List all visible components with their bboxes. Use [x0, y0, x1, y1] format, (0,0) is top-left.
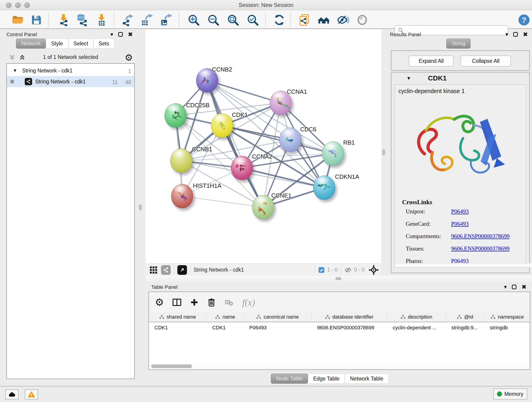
collapse-all-button[interactable]: Collapse All	[461, 56, 511, 66]
panel-collapse-icon[interactable]: ▾	[110, 32, 113, 37]
save-session-icon[interactable]	[30, 13, 43, 27]
string-document-icon[interactable]	[298, 13, 311, 27]
left-splitter-handle[interactable]	[139, 204, 142, 211]
export-image-icon[interactable]	[159, 13, 173, 27]
results-scroll-strip[interactable]	[395, 263, 532, 267]
network-node-ccna2[interactable]	[231, 156, 253, 180]
column-header-description[interactable]: description	[387, 312, 446, 322]
render-eye-icon[interactable]	[355, 13, 369, 27]
tab-node-table[interactable]: Node Table	[271, 374, 308, 384]
gene-section-header[interactable]: ▼ CDK1	[391, 72, 529, 84]
tree-column-icon	[256, 315, 261, 319]
network-node-cdk1[interactable]	[211, 114, 233, 138]
expand-all-button[interactable]: Expand All	[409, 56, 454, 66]
hidden-eye-icon[interactable]	[344, 267, 352, 274]
help-icon[interactable]: ?	[517, 13, 531, 27]
warning-button[interactable]	[25, 389, 38, 400]
table-cell[interactable]: P06493	[244, 323, 312, 333]
edge-count: 48	[125, 79, 131, 85]
tab-sets[interactable]: Sets	[93, 38, 114, 49]
grid-view-icon[interactable]	[149, 266, 158, 274]
tab-select[interactable]: Select	[68, 38, 94, 49]
panel-float-icon[interactable]	[512, 285, 516, 289]
scrollbar-thumb[interactable]	[151, 364, 192, 368]
delete-table-icon[interactable]	[224, 298, 234, 306]
column-header-shared-name[interactable]: shared name	[149, 312, 207, 322]
panel-float-icon[interactable]	[118, 32, 123, 37]
network-canvas[interactable]	[146, 29, 381, 264]
tab-network[interactable]: Network	[16, 38, 46, 49]
panel-float-icon[interactable]	[513, 32, 518, 37]
panel-collapse-icon[interactable]: ▾	[505, 32, 508, 37]
crosslink-link[interactable]: P06493	[451, 208, 469, 215]
network-options-gear-icon[interactable]: ⚙	[125, 52, 133, 63]
tree-expand-icon[interactable]: ▼	[13, 68, 17, 73]
section-collapse-icon[interactable]: ▼	[406, 76, 411, 81]
memory-button[interactable]: Memory	[493, 389, 527, 400]
column-header-name[interactable]: name	[207, 312, 244, 322]
crosslink-link[interactable]: 9606.ENSP00000378699	[451, 245, 510, 252]
zoom-in-icon[interactable]	[187, 13, 200, 27]
network-node-cdc6[interactable]	[279, 128, 301, 152]
table-cell[interactable]: stringdb:9...	[446, 323, 484, 333]
table-cell[interactable]: cyclin-dependent ...	[387, 323, 446, 333]
network-collection-row[interactable]: ▼ String Network - cdk1 1	[7, 65, 134, 76]
table-cell[interactable]: CDK1	[149, 323, 207, 333]
panel-close-icon[interactable]: ✖	[128, 32, 133, 37]
add-column-icon[interactable]	[190, 298, 199, 307]
network-node-hist1h1a[interactable]	[171, 184, 193, 208]
selected-checkbox-icon[interactable]	[318, 267, 325, 274]
panel-close-icon[interactable]: ✖	[521, 285, 526, 289]
tab-edge-table[interactable]: Edge Table	[308, 374, 345, 384]
houses-icon[interactable]	[317, 13, 330, 27]
network-row-selected[interactable]: String Network - cdk1 11 48	[7, 76, 134, 87]
network-node-rb1[interactable]	[322, 141, 344, 166]
hide-details-eye-icon[interactable]	[336, 13, 350, 27]
table-cell[interactable]: 9606.ENSP00000378699	[312, 323, 387, 333]
warning-icon	[28, 391, 35, 398]
open-file-icon[interactable]	[11, 13, 24, 27]
tab-network-table[interactable]: Network Table	[345, 374, 389, 384]
table-cell[interactable]: CDK1	[207, 323, 244, 333]
table-cell[interactable]: stringdb	[484, 323, 530, 333]
zoom-fit-icon[interactable]	[226, 13, 240, 27]
import-network-file-icon[interactable]	[57, 13, 70, 27]
function-builder-icon[interactable]: f(x)	[242, 297, 255, 308]
network-edges[interactable]	[146, 29, 381, 264]
horizontal-splitter-handle[interactable]	[336, 277, 341, 280]
crosslink-link[interactable]: P06493	[451, 221, 469, 227]
columns-icon[interactable]	[172, 299, 181, 306]
export-table-icon[interactable]	[140, 13, 153, 27]
title-bar: Session: New Session	[0, 0, 532, 11]
column-header-database-identifier[interactable]: database identifier	[312, 312, 387, 322]
delete-column-icon[interactable]	[207, 298, 215, 307]
panel-close-icon[interactable]: ✖	[523, 32, 528, 37]
zoom-selected-icon[interactable]	[246, 13, 259, 27]
import-network-database-icon[interactable]	[76, 13, 89, 27]
apply-layout-icon[interactable]	[273, 13, 286, 27]
zoom-out-icon[interactable]	[207, 13, 220, 27]
cloud-button[interactable]	[5, 389, 19, 400]
tab-style[interactable]: Style	[46, 38, 68, 49]
column-header-canonical-name[interactable]: canonical name	[244, 312, 312, 322]
panel-collapse-icon[interactable]: ▾	[504, 285, 507, 289]
network-node-ccnb1[interactable]	[170, 148, 192, 173]
tab-string[interactable]: String	[446, 38, 471, 49]
crosshair-icon[interactable]	[369, 265, 379, 275]
column-header--id[interactable]: @id	[446, 312, 484, 322]
import-table-file-icon[interactable]	[95, 13, 108, 27]
tree-column-icon	[325, 315, 330, 319]
right-splitter-handle[interactable]	[382, 149, 385, 155]
network-node-cdc25b[interactable]	[165, 103, 186, 128]
network-node-cdkn1a[interactable]	[313, 176, 335, 200]
column-header-namespace[interactable]: namespace	[484, 312, 530, 322]
application-window: Session: New Session	[0, 0, 532, 402]
network-share-icon[interactable]	[161, 265, 171, 275]
gear-icon[interactable]: ⚙	[155, 297, 164, 307]
birds-eye-view-icon[interactable]	[177, 265, 187, 275]
export-network-icon[interactable]	[121, 13, 135, 27]
crosslink-link[interactable]: 9606.ENSP00000378699	[451, 233, 510, 240]
table-panel-box: ⚙ f(x) shared namenamecanonical namedata…	[148, 292, 530, 370]
network-node-ccne1[interactable]	[252, 195, 274, 219]
gene-name: CDK1	[428, 74, 447, 82]
